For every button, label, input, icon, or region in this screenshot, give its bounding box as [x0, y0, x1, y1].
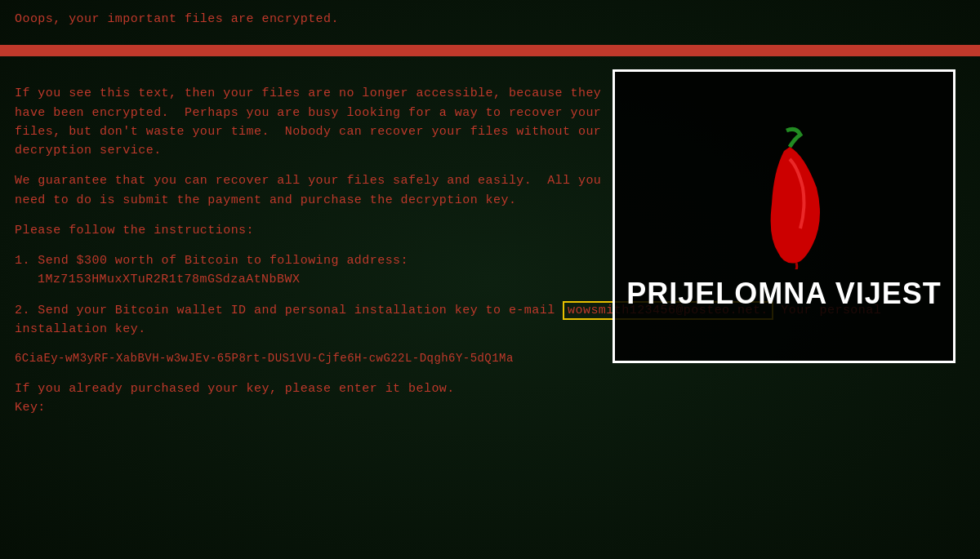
bracket-bottom-right: [931, 339, 956, 363]
chili-icon: [731, 122, 837, 269]
brand-name: PRIJELOMNA VIJEST: [626, 277, 942, 310]
para2-text: We guarantee that you can recover all yo…: [15, 174, 601, 206]
title-line: Ooops, your important files are encrypte…: [15, 10, 965, 29]
footer-line2: Key:: [15, 398, 965, 417]
footer-line1: If you already purchased your key, pleas…: [15, 379, 965, 398]
bracket-top-left: [612, 69, 637, 94]
footer-block: If you already purchased your key, pleas…: [15, 379, 965, 418]
overlay-box: PRIJELOMNA VIJEST: [612, 69, 956, 363]
screen: Ooops, your important files are encrypte…: [0, 0, 980, 559]
para1-text: If you see this text, then your files ar…: [15, 87, 601, 157]
